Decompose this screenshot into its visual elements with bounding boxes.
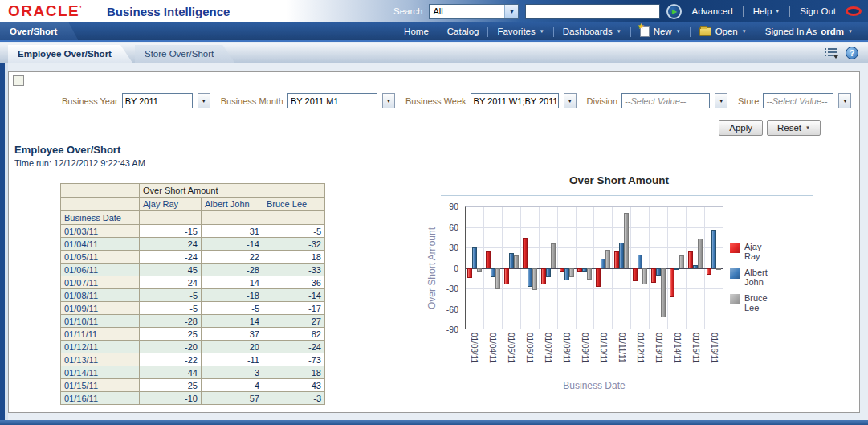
y-axis-title: Over Short Amount [426, 206, 439, 329]
prompt-division-select[interactable]: --Select Value-- [621, 93, 710, 108]
page-tab-over-short[interactable]: Over/Short [0, 22, 78, 40]
bar-bruce-lee[interactable] [624, 213, 629, 268]
prompt-label: Business Week [405, 96, 467, 106]
bar-slot [569, 207, 574, 329]
y-tick-label: 0 [454, 264, 458, 273]
sign-out-link[interactable]: Sign Out [797, 6, 839, 16]
y-tick-label: -30 [446, 284, 458, 293]
x-tick-label: 01/08/11 [562, 333, 571, 374]
x-tick-label: 01/05/11 [507, 333, 516, 374]
bar-bruce-lee[interactable] [642, 268, 647, 284]
x-tick-label: 01/15/11 [691, 333, 700, 374]
business-date-link[interactable]: 01/10/11 [61, 315, 140, 328]
prompt-business-month: Business MonthBY 2011 M1▼ [221, 93, 395, 108]
business-date-link[interactable]: 01/04/11 [61, 238, 140, 251]
value-cell: -15 [140, 225, 202, 238]
business-date-link[interactable]: 01/15/11 [61, 379, 140, 392]
bar-bruce-lee[interactable] [698, 239, 703, 268]
prompt-business-month-select[interactable]: BY 2011 M1 [287, 93, 377, 108]
nav-item-catalog[interactable]: Catalog [438, 27, 488, 36]
chevron-down-icon[interactable]: ▼ [838, 93, 851, 108]
prompt-actions: Apply Reset▼ [719, 120, 821, 136]
bar-group [577, 207, 595, 329]
bar-stack [614, 207, 629, 329]
nav-item-label: Home [404, 27, 429, 36]
prompt-business-week: Business WeekBY 2011 W1;BY 2011▼ [405, 93, 577, 108]
bar-bruce-lee[interactable] [716, 268, 721, 271]
bar-bruce-lee[interactable] [679, 255, 684, 268]
chevron-down-icon[interactable]: ▼ [382, 93, 395, 108]
bar-slot [698, 207, 703, 329]
apply-button[interactable]: Apply [719, 120, 763, 136]
bar-bruce-lee[interactable] [532, 268, 537, 291]
value-cell: -28 [202, 264, 263, 276]
business-date-link[interactable]: 01/03/11 [61, 225, 140, 238]
blank-header-cell [202, 211, 263, 225]
x-tick-cell: 01/16/11 [705, 333, 723, 374]
nav-links: HomeCatalogFavorites▼Dashboards▼New▼Open… [395, 26, 862, 37]
search-scope-select[interactable]: All ▼ [429, 4, 519, 19]
value-cell: 24 [140, 238, 202, 251]
value-cell: 25 [140, 328, 202, 341]
nav-item-home[interactable]: Home [395, 27, 438, 36]
tab-employee-over-short[interactable]: Employee Over/Short [8, 45, 132, 63]
bar-group [631, 207, 650, 329]
search-input[interactable] [525, 4, 660, 19]
chevron-down-icon[interactable]: ▼ [848, 29, 853, 34]
prompt-business-year-select[interactable]: BY 2011 [122, 93, 193, 108]
business-date-link[interactable]: 01/12/11 [61, 341, 140, 353]
chevron-down-icon[interactable]: ▼ [198, 93, 210, 108]
page-options-icon[interactable] [824, 47, 838, 59]
chevron-down-icon[interactable]: ▼ [504, 5, 518, 18]
help-menu[interactable]: Help▼ [750, 6, 784, 16]
business-date-link[interactable]: 01/05/11 [61, 251, 140, 264]
business-date-link[interactable]: 01/16/11 [61, 392, 140, 405]
report-header: Employee Over/Short Time run: 12/12/2012… [14, 144, 145, 168]
reset-button[interactable]: Reset▼ [767, 120, 821, 136]
bar-bruce-lee[interactable] [495, 268, 500, 290]
signed-in-user[interactable]: ordm [821, 27, 844, 36]
prompt-store-select[interactable]: --Select Value-- [763, 93, 833, 108]
collapse-section-button[interactable]: − [13, 75, 24, 86]
nav-item-favorites[interactable]: Favorites▼ [488, 27, 552, 36]
y-tick-label: 60 [449, 223, 458, 232]
chevron-down-icon: ▼ [742, 29, 747, 34]
bar-group [466, 207, 484, 329]
bar-bruce-lee[interactable] [587, 268, 592, 280]
help-icon[interactable]: ? [846, 47, 858, 59]
nav-item-label: Open [715, 27, 738, 36]
value-cell: -14 [202, 276, 263, 289]
x-axis-ticks: 01/03/1101/04/1101/05/1101/06/1101/07/11… [465, 333, 723, 374]
legend-swatch [730, 243, 740, 253]
bar-slot [642, 207, 647, 329]
bar-bruce-lee[interactable] [569, 268, 574, 278]
table-header: Over Short Amount Ajay RayAlbert JohnBru… [61, 184, 325, 225]
prompt-business-week-select[interactable]: BY 2011 W1;BY 2011 [471, 93, 559, 108]
value-cell: 14 [202, 315, 263, 328]
value-cell: 36 [263, 276, 325, 289]
legend-swatch [730, 294, 740, 304]
search-go-icon[interactable]: ▶ [666, 4, 682, 19]
business-date-link[interactable]: 01/06/11 [61, 264, 140, 276]
value-cell: -3 [202, 366, 263, 379]
bar-bruce-lee[interactable] [605, 250, 610, 268]
bar-bruce-lee[interactable] [551, 243, 556, 268]
business-date-link[interactable]: 01/09/11 [61, 302, 140, 315]
bar-bruce-lee[interactable] [514, 255, 519, 268]
nav-item-new[interactable]: New▼ [631, 26, 690, 37]
advanced-link[interactable]: Advanced [688, 6, 736, 16]
business-date-link[interactable]: 01/14/11 [61, 366, 140, 379]
business-date-link[interactable]: 01/11/11 [61, 328, 140, 341]
business-date-link[interactable]: 01/07/11 [61, 276, 140, 289]
tab-store-over-short[interactable]: Store Over/Short [135, 45, 234, 63]
bar-group [594, 207, 613, 329]
chevron-down-icon[interactable]: ▼ [715, 93, 727, 108]
bar-bruce-lee[interactable] [661, 268, 666, 317]
nav-item-open[interactable]: Open▼ [691, 27, 756, 36]
business-date-link[interactable]: 01/13/11 [61, 353, 140, 366]
chevron-down-icon[interactable]: ▼ [564, 93, 577, 108]
bar-bruce-lee[interactable] [477, 268, 482, 272]
nav-item-dashboards[interactable]: Dashboards▼ [554, 27, 630, 36]
bar-slot [587, 207, 592, 329]
business-date-link[interactable]: 01/08/11 [61, 289, 140, 302]
